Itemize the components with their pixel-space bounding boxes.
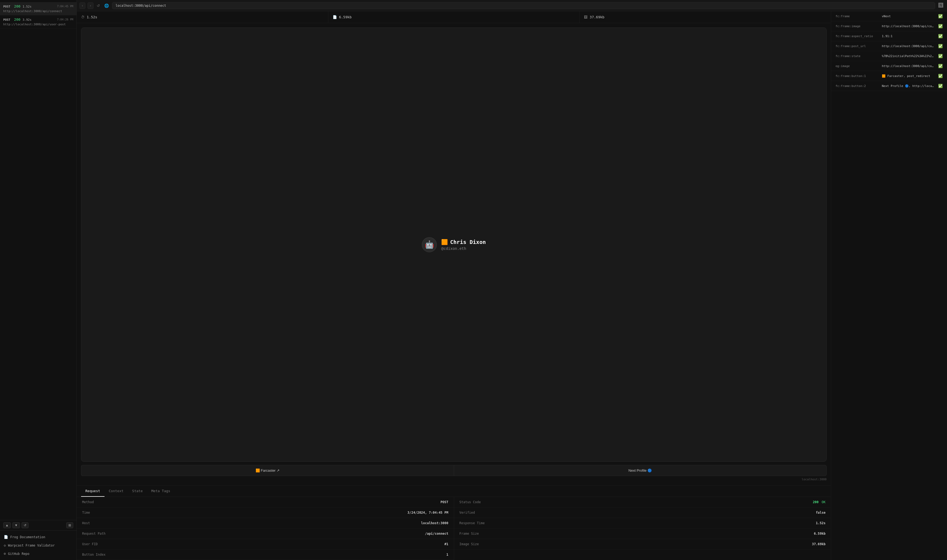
- tab-context[interactable]: Context: [105, 486, 128, 497]
- forward-button[interactable]: ›: [88, 2, 94, 9]
- sidebar-link-label: Frog Documentation: [10, 535, 45, 539]
- meta-value: http://localhost:3000/api/connect/image?…: [882, 25, 935, 28]
- log-timestamp: 7:04:45 PM: [57, 5, 73, 8]
- detail-response-time: Response Time 1.52s: [454, 518, 831, 529]
- meta-row: fc:frame:button:2 Next Profile 🔵, http:/…: [831, 81, 947, 91]
- log-url: http://localhost:3000/api/user-post: [3, 23, 73, 26]
- layout-button[interactable]: ⊞: [66, 522, 73, 528]
- response-time-label: Response Time: [459, 521, 485, 525]
- detail-frame-size: Frame Size 6.59kb: [454, 529, 831, 539]
- stat-time: ⏱ 1.52s: [77, 11, 328, 23]
- detail-time: Time 3/24/2024, 7:04:45 PM: [77, 508, 454, 518]
- farcaster-button[interactable]: 🟧 Farcaster ↗: [81, 465, 454, 476]
- sidebar: POST 200 1.52s 7:04:45 PM http://localho…: [0, 0, 77, 560]
- frame-panel: ⏱ 1.52s 📄 6.59kb 🖼 37.69kb: [77, 11, 831, 560]
- verified-label: Verified: [459, 511, 475, 514]
- meta-key: og:image: [836, 65, 879, 68]
- scroll-up-button[interactable]: ▲: [3, 522, 11, 528]
- request-detail-col: Method POST Time 3/24/2024, 7:04:45 PM H…: [77, 497, 454, 560]
- host-value: localhost:3000: [421, 521, 448, 525]
- meta-verified-icon: ✅: [938, 34, 943, 38]
- url-bar[interactable]: [112, 2, 935, 9]
- frame-buttons: 🟧 Farcaster ↗ Next Profile 🔵: [81, 465, 827, 476]
- meta-value: %7B%22initialPath%22%3A%22%2Fapi%22%2C%2…: [882, 54, 935, 58]
- verified-value: false: [816, 511, 825, 514]
- meta-row: og:image http://localhost:3000/api/conne…: [831, 61, 947, 71]
- stat-image-size-value: 37.69kb: [590, 15, 604, 19]
- frame-size-value: 6.59kb: [814, 532, 825, 535]
- image-size-value: 37.69kb: [812, 542, 825, 546]
- stat-frame-size-value: 6.59kb: [339, 15, 352, 19]
- user-fid-value: #1: [444, 542, 448, 546]
- profile-icon-button[interactable]: 🅽: [937, 2, 944, 9]
- next-profile-button[interactable]: Next Profile 🔵: [454, 465, 827, 476]
- log-method: POST: [3, 18, 11, 22]
- tab-meta-tags[interactable]: Meta Tags: [147, 486, 174, 497]
- detail-host: Host localhost:3000: [77, 518, 454, 529]
- meta-key: fc:frame: [836, 15, 879, 18]
- meta-value: http://localhost:3000/api/connect: [882, 45, 935, 48]
- meta-row: fc:frame:aspect_ratio 1.91:1 ✅: [831, 31, 947, 41]
- sidebar-links: 📄 Frog Documentation ◇ Warpcast Frame Va…: [0, 531, 77, 560]
- meta-row: fc:frame:post_url http://localhost:3000/…: [831, 41, 947, 51]
- meta-key: fc:frame:button:2: [836, 84, 879, 88]
- status-code-value: 200 OK: [813, 500, 825, 504]
- meta-verified-icon: ✅: [938, 24, 943, 28]
- meta-key: fc:frame:aspect_ratio: [836, 34, 879, 38]
- status-200: 200: [813, 500, 819, 504]
- frame-stats: ⏱ 1.52s 📄 6.59kb 🖼 37.69kb: [77, 11, 831, 23]
- image-size-icon: 🖼: [584, 15, 587, 19]
- log-item[interactable]: POST 200 1.52s 7:04:45 PM http://localho…: [0, 2, 77, 15]
- stat-image-size: 🖼 37.69kb: [580, 11, 831, 23]
- sidebar-link-2[interactable]: ⊙ GitHub Repo: [0, 549, 77, 558]
- sidebar-link-icon: ◇: [4, 543, 6, 547]
- request-path-value: /api/connect: [425, 532, 448, 535]
- scroll-down-button[interactable]: ▼: [12, 522, 20, 528]
- frame-size-label: Frame Size: [459, 532, 479, 535]
- log-status: 200: [14, 17, 20, 22]
- log-timestamp: 7:04:26 PM: [57, 18, 73, 21]
- meta-verified-icon: ✅: [938, 64, 943, 68]
- tab-request[interactable]: Request: [81, 486, 105, 497]
- meta-panel: fc:frame vNext ✅ fc:frame:image http://l…: [831, 11, 947, 560]
- refresh-button[interactable]: ↺: [95, 2, 101, 9]
- meta-verified-icon: ✅: [938, 84, 943, 88]
- frame-source: localhost:3000: [81, 478, 827, 481]
- profile-info: 🟧 Chris Dixon @cdixon.eth: [441, 239, 486, 251]
- meta-value: 1.91:1: [882, 34, 935, 38]
- meta-row: fc:frame:image http://localhost:3000/api…: [831, 21, 947, 31]
- meta-verified-icon: ✅: [938, 54, 943, 58]
- sidebar-link-1[interactable]: ◇ Warpcast Frame Validator: [0, 541, 77, 549]
- main-content: ‹ › ↺ 🌐 🅽 ⏱ 1.52s 📄 6.59kb: [77, 0, 947, 560]
- log-url: http://localhost:3000/api/connect: [3, 9, 73, 13]
- detail-image-size: Image Size 37.69kb: [454, 539, 831, 549]
- detail-user-fid: User FID #1: [77, 539, 454, 549]
- time-label: Time: [82, 511, 90, 514]
- meta-verified-icon: ✅: [938, 44, 943, 48]
- method-value: POST: [440, 500, 448, 504]
- back-button[interactable]: ‹: [80, 2, 85, 9]
- stat-frame-size: 📄 6.59kb: [328, 11, 580, 23]
- detail-button-index: Button Index 1: [77, 549, 454, 560]
- meta-verified-icon: ✅: [938, 14, 943, 18]
- log-item[interactable]: POST 200 3.92s 7:04:26 PM http://localho…: [0, 15, 77, 29]
- browser-bar: ‹ › ↺ 🌐 🅽: [77, 0, 947, 11]
- detail-verified: Verified false: [454, 508, 831, 518]
- ok-pill: OK: [822, 500, 825, 504]
- refresh-log-button[interactable]: ↺: [22, 522, 29, 528]
- meta-value: Next Profile 🔵, http://localhost:3000/ap…: [882, 84, 935, 88]
- profile-name: 🟧 Chris Dixon: [441, 239, 486, 245]
- log-status: 200: [14, 4, 20, 8]
- image-size-label: Image Size: [459, 542, 479, 546]
- profile-handle: @cdixon.eth: [441, 246, 486, 251]
- profile-display: 🤖 🟧 Chris Dixon @cdixon.eth: [415, 232, 492, 258]
- detail-status-code: Status Code 200 OK: [454, 497, 831, 508]
- method-label: Method: [82, 500, 94, 504]
- tab-state[interactable]: State: [128, 486, 147, 497]
- meta-key: fc:frame:post_url: [836, 45, 879, 48]
- meta-value: 🟧 Farcaster, post_redirect: [882, 74, 935, 78]
- sidebar-link-0[interactable]: 📄 Frog Documentation: [0, 533, 77, 541]
- meta-value: http://localhost:3000/api/connect/image?…: [882, 65, 935, 68]
- globe-button[interactable]: 🌐: [103, 2, 110, 9]
- sidebar-link-label: Warpcast Frame Validator: [8, 543, 55, 547]
